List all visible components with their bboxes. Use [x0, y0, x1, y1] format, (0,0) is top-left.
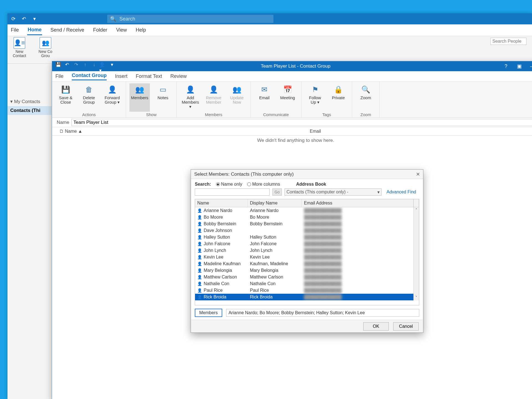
contact-row[interactable]: 👤Rick BroidaRick Broida████████████	[195, 294, 419, 300]
go-button[interactable]: Go	[272, 188, 282, 196]
search-icon: 🔍	[110, 16, 116, 22]
zoom-icon: 🔍	[360, 84, 371, 95]
menu-view[interactable]: View	[116, 25, 127, 35]
contact-row[interactable]: 👤Madeline KaufmanKaufman, Madeline██████…	[195, 260, 419, 267]
ribbon-group-communicate: ✉Email📅MeetingCommunicate	[251, 82, 301, 117]
nav-my-contacts[interactable]: ▾ My Contacts	[7, 97, 52, 106]
search-input[interactable]	[195, 188, 270, 196]
global-search[interactable]: 🔍	[107, 15, 273, 23]
cg-save-icon[interactable]: 💾	[54, 61, 62, 69]
contact-row[interactable]: 👤Paul RicePaul Rice████████████	[195, 287, 419, 294]
col-email[interactable]: Email	[307, 129, 321, 134]
cg-menu-contactgroup[interactable]: Contact Group	[72, 73, 107, 80]
ribbon-zoom[interactable]: 🔍Zoom	[355, 83, 376, 112]
ribbon-group-show: 👥Members▭NotesShow	[126, 82, 177, 117]
ribbon-new-contact-group[interactable]: 👥 New Co Grou	[35, 37, 56, 58]
advanced-find-link[interactable]: Advanced Find	[387, 190, 416, 195]
ribbon-add-members-[interactable]: 👤Add Members ▾	[180, 83, 201, 112]
ribbon-options-icon[interactable]: ▣	[513, 61, 526, 71]
hdr-email[interactable]: Email Address	[302, 199, 413, 207]
add-icon: 👤	[185, 84, 196, 95]
person-icon: 👤	[197, 222, 202, 226]
cg-name-input[interactable]	[71, 119, 532, 126]
contact-row[interactable]: 👤John FalconeJohn Falcone████████████	[195, 241, 419, 247]
ribbon-notes[interactable]: ▭Notes	[153, 83, 173, 112]
cg-menu-review[interactable]: Review	[170, 73, 187, 79]
cg-down-icon[interactable]: ↓	[90, 61, 98, 69]
person-icon: 👤	[197, 275, 202, 279]
contact-row[interactable]: 👤Dave Johnson████████████	[195, 227, 419, 234]
search-people-input[interactable]: Search People	[490, 38, 526, 45]
update-icon: 👥	[231, 84, 242, 95]
col-name[interactable]: 🗋 Name ▲	[52, 129, 307, 134]
contact-row[interactable]: 👤Kevin LeeKevin Lee████████████	[195, 254, 419, 260]
ribbon-follow-up-[interactable]: ⚑Follow Up ▾	[305, 83, 325, 112]
radio-more-columns[interactable]: More columns	[247, 182, 280, 187]
address-book-label: Address Book	[296, 182, 326, 187]
contact-row[interactable]: 👤Nathalie ConNathalie Con████████████	[195, 280, 419, 287]
ribbon-update-now: 👥Update Now	[227, 83, 247, 112]
ribbon-group-members: 👤Add Members ▾👤Remove Member👥Update NowM…	[177, 82, 251, 117]
menu-home[interactable]: Home	[27, 25, 42, 35]
person-icon: 👤	[197, 288, 202, 293]
person-icon: 👤	[197, 235, 202, 239]
contact-row[interactable]: 👤Matthew CarlsonMatthew Carlson█████████…	[195, 274, 419, 280]
cancel-button[interactable]: Cancel	[393, 322, 419, 331]
menu-sendreceive[interactable]: Send / Receive	[50, 25, 85, 35]
person-icon: 👤	[197, 282, 202, 286]
ribbon-members[interactable]: 👥Members	[129, 83, 150, 112]
qat-overflow-icon[interactable]: ▾	[30, 14, 39, 24]
minimize-icon[interactable]: —	[526, 61, 532, 71]
cg-name-label: Name	[52, 120, 71, 125]
contact-row[interactable]: 👤Halley SuttonHalley Sutton████████████	[195, 234, 419, 241]
sync-icon[interactable]: ⟳	[9, 14, 18, 24]
hdr-display[interactable]: Display Name	[248, 199, 302, 207]
cg-empty-message: We didn't find anything to show here.	[52, 135, 532, 143]
nav-contacts-folder[interactable]: Contacts (Thi	[7, 106, 52, 115]
person-icon: 👤	[197, 208, 202, 213]
close-icon[interactable]: ✕	[414, 171, 421, 178]
contact-row[interactable]: 👤Bobby BernsteinBobby Bernstein█████████…	[195, 221, 419, 227]
contact-row[interactable]: 👤John LynchJohn Lynch████████████	[195, 247, 419, 254]
menu-help[interactable]: Help	[135, 25, 147, 35]
help-icon[interactable]: ?	[499, 61, 513, 71]
contact-row[interactable]: 👤Bo MooreBo Moore████████████	[195, 214, 419, 221]
ribbon-forward-group-[interactable]: 👤Forward Group ▾	[102, 83, 122, 112]
cg-ribbon: 💾Save & Close🗑Delete Group👤Forward Group…	[52, 82, 532, 118]
undo-icon[interactable]: ↶	[19, 14, 29, 24]
members-field[interactable]: Arianne Nardo; Bo Moore; Bobby Bernstein…	[226, 309, 419, 317]
ribbon-save-close[interactable]: 💾Save & Close	[55, 83, 76, 112]
cg-undo-icon[interactable]: ↶	[63, 61, 71, 69]
menu-folder[interactable]: Folder	[93, 25, 108, 35]
ribbon-private[interactable]: 🔒Private	[328, 83, 349, 112]
menu-file[interactable]: File	[10, 25, 19, 35]
contact-row[interactable]: 👤Mary BelongiaMary Belongia████████████	[195, 267, 419, 274]
ok-button[interactable]: OK	[363, 322, 389, 331]
ribbon-group-zoom: 🔍ZoomZoom	[352, 82, 380, 117]
ribbon-remove-member: 👤Remove Member	[203, 83, 224, 112]
cg-qat-overflow-icon[interactable]: ▾	[108, 61, 116, 69]
person-icon: 👤	[197, 268, 202, 273]
ribbon-email[interactable]: ✉Email	[254, 83, 275, 112]
members-button[interactable]: Members	[195, 309, 222, 317]
new-contact-icon: 👤≡	[14, 37, 25, 49]
outlook-titlebar: ⟳ ↶ ▾ 🔍	[7, 13, 532, 24]
ribbon-meeting[interactable]: 📅Meeting	[277, 83, 298, 112]
cg-up-icon[interactable]: ↑	[81, 61, 89, 69]
contact-row[interactable]: 👤Arianne NardoArianne Nardo████████████	[195, 207, 419, 214]
hdr-name[interactable]: Name	[195, 199, 248, 207]
cg-menu-formattext[interactable]: Format Text	[136, 73, 162, 79]
outlook-ribbon: 👤≡ New Contact 👥 New Co Grou Search Peop…	[7, 36, 532, 64]
global-search-input[interactable]	[119, 16, 271, 22]
person-icon: 👤	[197, 262, 202, 266]
cg-redo-icon[interactable]: ↷	[72, 61, 80, 69]
cg-menu-insert[interactable]: Insert	[115, 73, 127, 79]
cg-person-icon[interactable]: 👤▾	[99, 64, 107, 71]
cg-menu-file[interactable]: File	[55, 73, 63, 79]
ribbon-new-contact[interactable]: 👤≡ New Contact	[9, 37, 30, 58]
address-book-dropdown[interactable]: Contacts (This computer only) - ▾	[285, 188, 382, 196]
radio-name-only[interactable]: Name only	[216, 182, 242, 187]
ribbon-delete-group[interactable]: 🗑Delete Group	[79, 83, 99, 112]
forward-icon: 👤	[107, 84, 118, 95]
person-icon: 👤	[197, 248, 202, 253]
